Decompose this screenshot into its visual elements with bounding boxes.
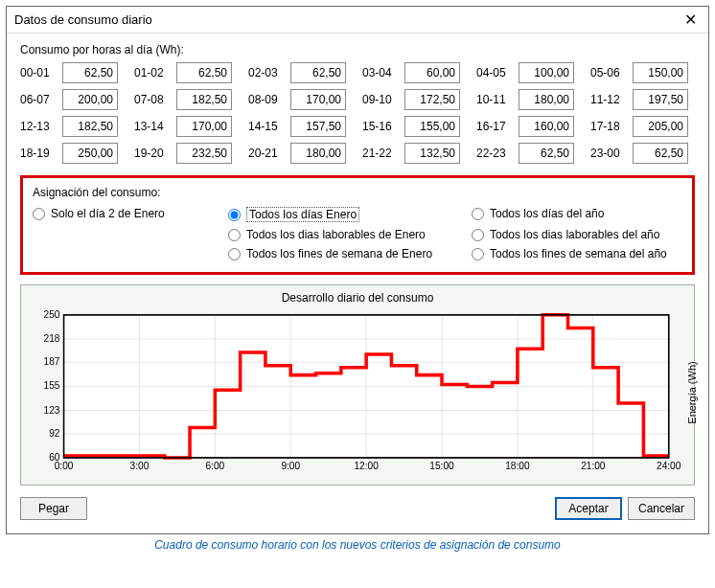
window-title: Datos de consumo diario bbox=[14, 12, 152, 27]
hour-label: 05-06 bbox=[590, 66, 627, 79]
hour-label: 01-02 bbox=[134, 66, 171, 79]
radio-input[interactable] bbox=[228, 229, 241, 241]
hour-input[interactable] bbox=[290, 62, 346, 83]
hour-input[interactable] bbox=[62, 143, 118, 164]
hour-cell: 03-04 bbox=[362, 62, 467, 83]
hour-label: 17-18 bbox=[590, 120, 627, 133]
hour-cell: 18-19 bbox=[20, 143, 125, 164]
hour-input[interactable] bbox=[62, 89, 118, 110]
hour-label: 06-07 bbox=[20, 93, 57, 106]
hour-input[interactable] bbox=[633, 143, 688, 164]
hour-cell: 04-05 bbox=[476, 62, 581, 83]
hour-label: 02-03 bbox=[248, 66, 285, 79]
hour-input[interactable] bbox=[176, 62, 232, 83]
hour-input[interactable] bbox=[62, 62, 118, 83]
radio-input[interactable] bbox=[472, 229, 484, 241]
svg-text:6:00: 6:00 bbox=[205, 461, 224, 471]
assignment-title: Asignación del consumo: bbox=[33, 186, 682, 199]
hour-cell: 13-14 bbox=[134, 116, 239, 137]
hour-label: 13-14 bbox=[134, 120, 171, 133]
svg-text:12:00: 12:00 bbox=[354, 461, 379, 471]
hour-input[interactable] bbox=[519, 116, 574, 137]
hour-cell: 22-23 bbox=[476, 143, 581, 164]
hour-label: 11-12 bbox=[590, 93, 627, 106]
radio-label: Todos los dias laborables de Enero bbox=[246, 228, 426, 241]
svg-text:15:00: 15:00 bbox=[429, 461, 454, 471]
radio-input[interactable] bbox=[228, 209, 241, 221]
radio-input[interactable] bbox=[228, 248, 241, 260]
hour-cell: 16-17 bbox=[476, 116, 581, 137]
hour-input[interactable] bbox=[633, 89, 688, 110]
hour-cell: 09-10 bbox=[362, 89, 467, 110]
hour-cell: 21-22 bbox=[362, 143, 467, 164]
hour-input[interactable] bbox=[404, 143, 460, 164]
hour-input[interactable] bbox=[404, 116, 460, 137]
hour-input[interactable] bbox=[519, 89, 574, 110]
hour-label: 18-19 bbox=[20, 147, 57, 160]
hour-input[interactable] bbox=[176, 89, 232, 110]
chart-area: Desarrollo diario del consumo 6092123155… bbox=[20, 284, 695, 486]
radio-option[interactable]: Solo el día 2 de Enero bbox=[33, 207, 224, 220]
hour-input[interactable] bbox=[62, 116, 118, 137]
radio-option[interactable]: Todos los días Enero bbox=[228, 207, 468, 222]
figure-caption: Cuadro de consumo horario con los nuevos… bbox=[6, 538, 709, 552]
hour-cell: 07-08 bbox=[134, 89, 239, 110]
hour-label: 14-15 bbox=[248, 120, 285, 133]
dialog-window: Datos de consumo diario ✕ Consumo por ho… bbox=[6, 6, 709, 534]
hour-label: 23-00 bbox=[590, 147, 627, 160]
radio-option[interactable]: Todos los dias laborables de Enero bbox=[228, 228, 468, 241]
hourly-label: Consumo por horas al día (Wh): bbox=[20, 43, 695, 57]
chart-ylabel: Energía (Wh) bbox=[686, 361, 698, 423]
hour-cell: 12-13 bbox=[20, 116, 125, 137]
hour-cell: 01-02 bbox=[134, 62, 239, 83]
radio-option[interactable]: Todos los fines de semana del año bbox=[472, 247, 711, 260]
hour-cell: 02-03 bbox=[248, 62, 353, 83]
hour-label: 20-21 bbox=[248, 147, 285, 160]
radio-input[interactable] bbox=[33, 208, 45, 220]
radio-input[interactable] bbox=[472, 208, 484, 220]
svg-text:250: 250 bbox=[44, 309, 60, 320]
hour-cell: 14-15 bbox=[248, 116, 353, 137]
hour-label: 19-20 bbox=[134, 147, 171, 160]
hour-label: 10-11 bbox=[476, 93, 513, 106]
hour-cell: 08-09 bbox=[248, 89, 353, 110]
hour-input[interactable] bbox=[519, 62, 574, 83]
hour-label: 22-23 bbox=[476, 147, 513, 160]
hour-cell: 23-00 bbox=[590, 143, 695, 164]
hour-input[interactable] bbox=[633, 62, 688, 83]
hour-label: 04-05 bbox=[476, 66, 513, 79]
close-icon[interactable]: ✕ bbox=[680, 11, 701, 29]
hour-label: 08-09 bbox=[248, 93, 285, 106]
button-row: Pegar Aceptar Cancelar bbox=[20, 497, 695, 520]
hour-input[interactable] bbox=[404, 89, 460, 110]
radio-option[interactable]: Todos los días del año bbox=[472, 207, 711, 220]
hour-cell: 19-20 bbox=[134, 143, 239, 164]
hour-input[interactable] bbox=[290, 143, 346, 164]
paste-button[interactable]: Pegar bbox=[20, 497, 87, 520]
hour-label: 03-04 bbox=[362, 66, 399, 79]
hour-label: 16-17 bbox=[476, 120, 513, 133]
hour-input[interactable] bbox=[290, 116, 346, 137]
radio-label: Todos los días del año bbox=[490, 207, 604, 220]
hour-label: 15-16 bbox=[362, 120, 399, 133]
accept-button[interactable]: Aceptar bbox=[555, 497, 622, 520]
svg-text:187: 187 bbox=[44, 356, 60, 367]
svg-text:123: 123 bbox=[44, 405, 60, 416]
hour-cell: 00-01 bbox=[20, 62, 125, 83]
radio-option[interactable]: Todos los dias laborables del año bbox=[472, 228, 711, 241]
hour-input[interactable] bbox=[633, 116, 688, 137]
hour-input[interactable] bbox=[176, 116, 232, 137]
radio-option[interactable]: Todos los fines de semana de Enero bbox=[228, 247, 468, 260]
hour-cell: 11-12 bbox=[590, 89, 695, 110]
hour-input[interactable] bbox=[176, 143, 232, 164]
hour-input[interactable] bbox=[519, 143, 574, 164]
hour-input[interactable] bbox=[290, 89, 346, 110]
radio-label: Todos los fines de semana del año bbox=[490, 247, 667, 260]
radio-input[interactable] bbox=[472, 248, 484, 260]
radio-label: Solo el día 2 de Enero bbox=[51, 207, 165, 220]
cancel-button[interactable]: Cancelar bbox=[628, 497, 695, 520]
svg-text:155: 155 bbox=[44, 380, 60, 391]
hour-input[interactable] bbox=[404, 62, 460, 83]
svg-text:21:00: 21:00 bbox=[581, 461, 606, 471]
hour-cell: 20-21 bbox=[248, 143, 353, 164]
